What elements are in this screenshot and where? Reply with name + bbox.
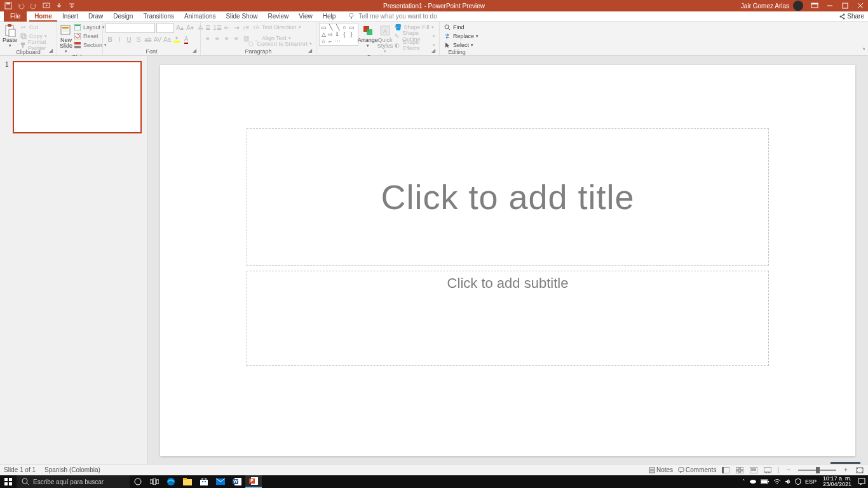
tab-animations[interactable]: Animations — [179, 11, 220, 22]
clock[interactable]: 10:17 a. m. 23/04/2021 — [820, 476, 854, 487]
quick-styles-button[interactable]: A Quick Styles ▾ — [377, 23, 393, 54]
tab-insert[interactable]: Insert — [57, 11, 83, 22]
mail-icon[interactable] — [212, 475, 229, 488]
cut-button[interactable]: ✂Cut — [18, 23, 54, 31]
shape-more-icon[interactable]: ⋯ — [334, 38, 341, 44]
bullets-icon[interactable]: ≣ — [203, 23, 212, 32]
tab-review[interactable]: Review — [262, 11, 294, 22]
undo-icon[interactable] — [17, 1, 25, 10]
close-icon[interactable] — [853, 0, 868, 11]
qat-customize-icon[interactable] — [67, 1, 76, 10]
shape-effects-button[interactable]: ◐Shape Effects▾ — [393, 41, 437, 49]
numbering-icon[interactable]: 1≣ — [213, 23, 222, 32]
font-size-select[interactable] — [156, 23, 174, 33]
shape-oval-icon[interactable]: ○ — [341, 24, 348, 30]
align-right-icon[interactable]: ≡ — [222, 34, 231, 43]
slide-thumbnail[interactable]: 1 — [5, 61, 142, 133]
slide-counter[interactable]: Slide 1 of 1 — [4, 466, 36, 473]
powerpoint-icon[interactable]: P — [245, 475, 262, 488]
shapes-gallery[interactable]: ▭ ╲ ╲ ○ ▭ △ ⇨ ⇩ { } ☆ ⌐ ⋯ — [319, 23, 358, 46]
tab-transitions[interactable]: Transitions — [138, 11, 179, 22]
shape-rect2-icon[interactable]: ▭ — [348, 24, 355, 30]
shape-rect-icon[interactable]: ▭ — [320, 24, 327, 30]
font-color-icon[interactable]: A — [182, 35, 191, 44]
maximize-icon[interactable] — [837, 0, 853, 11]
collapse-ribbon-icon[interactable]: ˄ — [862, 47, 865, 54]
user-name[interactable]: Jair Gomez Arias — [741, 3, 789, 10]
share-button[interactable]: Share — [839, 13, 864, 20]
zoom-slider[interactable] — [798, 470, 836, 471]
minimize-icon[interactable] — [822, 0, 837, 11]
shape-connector-icon[interactable]: ⌐ — [327, 38, 334, 44]
shape-line2-icon[interactable]: ╲ — [334, 24, 341, 30]
slide-show-icon[interactable] — [763, 466, 772, 475]
normal-view-icon[interactable] — [721, 466, 730, 475]
text-direction-button[interactable]: ↕AText Direction▾ — [251, 24, 302, 31]
align-center-icon[interactable]: ≡ — [213, 34, 222, 43]
tab-slide-show[interactable]: Slide Show — [220, 11, 262, 22]
autosave-icon[interactable] — [4, 1, 13, 10]
paragraph-launcher-icon[interactable]: ◢ — [308, 48, 315, 54]
shape-brace-l-icon[interactable]: { — [341, 31, 348, 37]
slide-editor[interactable]: Click to add title Click to add subtitle — [147, 56, 868, 464]
arrange-button[interactable]: Arrange ▾ — [358, 23, 377, 48]
language-status[interactable]: Spanish (Colombia) — [44, 466, 100, 473]
start-from-beginning-icon[interactable] — [42, 1, 51, 10]
avatar[interactable] — [793, 1, 803, 11]
slide-sorter-icon[interactable] — [735, 466, 744, 475]
volume-icon[interactable] — [785, 478, 791, 485]
shape-triangle-icon[interactable]: △ — [320, 31, 327, 37]
battery-icon[interactable] — [761, 479, 770, 484]
strikethrough-button[interactable]: ab — [144, 35, 153, 44]
shape-arrow-d-icon[interactable]: ⇩ — [334, 31, 341, 37]
thumbnail-preview[interactable] — [13, 61, 142, 133]
increase-font-icon[interactable]: A▴ — [175, 23, 184, 32]
tab-help[interactable]: Help — [318, 11, 341, 22]
char-spacing-icon[interactable]: AV — [153, 35, 162, 44]
onedrive-icon[interactable] — [749, 479, 757, 484]
shape-star-icon[interactable]: ☆ — [320, 38, 327, 44]
slide-canvas[interactable]: Click to add title Click to add subtitle — [160, 65, 855, 456]
notes-button[interactable]: Notes — [649, 466, 673, 473]
select-button[interactable]: Select▾ — [442, 41, 480, 49]
title-placeholder[interactable]: Click to add title — [247, 128, 769, 266]
slide-thumbnails-panel[interactable]: 1 — [0, 56, 147, 464]
start-button[interactable] — [0, 475, 17, 488]
language-indicator[interactable]: ESP — [805, 478, 817, 485]
tray-chevron-icon[interactable]: ˄ — [742, 478, 745, 485]
edge-icon[interactable] — [163, 475, 179, 488]
shape-brace-r-icon[interactable]: } — [348, 31, 355, 37]
align-left-icon[interactable]: ≡ — [203, 34, 212, 43]
find-button[interactable]: Find — [442, 23, 480, 31]
shadow-button[interactable]: S — [134, 35, 143, 44]
italic-button[interactable]: I — [115, 35, 124, 44]
fit-window-icon[interactable] — [855, 466, 864, 475]
security-icon[interactable] — [795, 478, 801, 485]
tab-draw[interactable]: Draw — [83, 11, 108, 22]
taskbar-search[interactable]: Escribe aquí para buscar — [17, 475, 130, 488]
drawing-launcher-icon[interactable]: ◢ — [431, 48, 438, 54]
tab-view[interactable]: View — [294, 11, 318, 22]
ribbon-display-icon[interactable] — [807, 0, 822, 11]
zoom-out-icon[interactable]: − — [784, 466, 793, 475]
line-spacing-icon[interactable]: ↕≡ — [241, 23, 250, 32]
decrease-font-icon[interactable]: A▾ — [186, 23, 194, 32]
touch-mode-icon[interactable] — [55, 1, 64, 10]
font-name-select[interactable] — [105, 23, 155, 33]
shape-line-icon[interactable]: ╲ — [327, 24, 334, 30]
word-icon[interactable]: W — [229, 475, 245, 488]
tab-home[interactable]: Home — [29, 11, 57, 22]
increase-indent-icon[interactable]: ⇥ — [232, 23, 241, 32]
tab-design[interactable]: Design — [108, 11, 138, 22]
highlight-icon[interactable] — [172, 35, 181, 44]
zoom-in-icon[interactable]: + — [841, 466, 850, 475]
redo-icon[interactable] — [29, 1, 38, 10]
font-launcher-icon[interactable]: ◢ — [193, 48, 199, 54]
file-explorer-icon[interactable] — [179, 475, 196, 488]
bold-button[interactable]: B — [105, 35, 114, 44]
store-icon[interactable] — [196, 475, 212, 488]
file-tab[interactable]: File — [4, 11, 27, 22]
notifications-icon[interactable] — [858, 478, 865, 485]
reading-view-icon[interactable] — [749, 466, 758, 475]
tell-me-search[interactable]: Tell me what you want to do — [348, 13, 437, 20]
